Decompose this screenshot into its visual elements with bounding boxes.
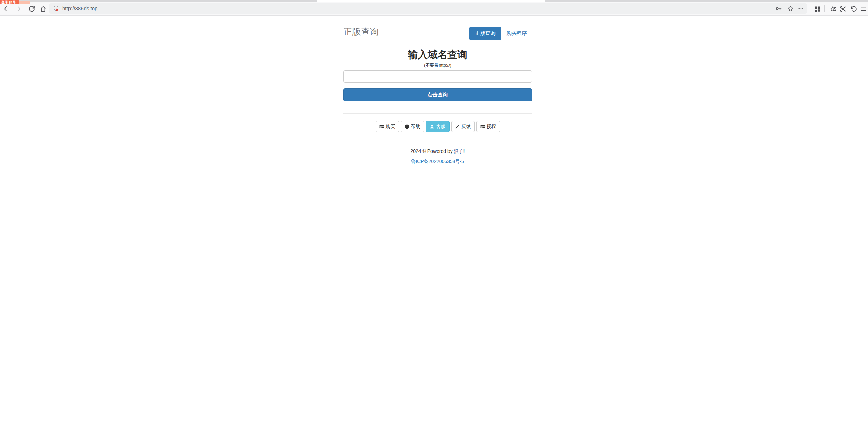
pencil-icon	[455, 124, 460, 129]
icp-link[interactable]: 鲁ICP备2022006358号-5	[411, 159, 464, 164]
domain-input[interactable]	[343, 70, 532, 83]
action-buttons-row: 购买 帮助 客服 反馈 授权	[343, 121, 532, 132]
browser-toolbar: http://886ds.top	[0, 2, 868, 16]
action-label: 帮助	[411, 124, 421, 130]
form-hint: (不要带http://)	[343, 63, 532, 68]
forward-icon[interactable]	[14, 5, 22, 13]
more-options-icon[interactable]	[797, 5, 804, 12]
feedback-button[interactable]: 反馈	[451, 121, 475, 132]
author-link[interactable]: 浪子!	[454, 148, 465, 154]
menu-icon[interactable]	[860, 5, 867, 13]
powered-text: 2024 © Powered by	[411, 148, 454, 154]
collections-star-icon[interactable]	[829, 5, 837, 13]
login-account-badge[interactable]: 登录账号	[0, 0, 19, 4]
info-icon	[405, 124, 409, 129]
action-label: 购买	[386, 124, 395, 130]
user-icon	[430, 124, 435, 129]
footer-powered: 2024 © Powered by 浪子!	[343, 148, 532, 154]
action-label: 反馈	[461, 124, 471, 130]
login-account-badge-tail	[19, 1, 30, 4]
nav-pills: 正版查询 购买程序	[469, 27, 532, 40]
url-text[interactable]: http://886ds.top	[62, 3, 97, 14]
authorize-button[interactable]: 授权	[476, 121, 500, 132]
action-label: 授权	[487, 124, 496, 130]
bookmark-star-icon[interactable]	[787, 5, 794, 12]
page-content: 正版查询 正版查询 购买程序 输入域名查询 (不要带http://) 点击查询 …	[343, 16, 532, 164]
buy-button[interactable]: 购买	[376, 121, 399, 132]
query-submit-button[interactable]: 点击查询	[343, 88, 532, 101]
customer-service-button[interactable]: 客服	[426, 121, 450, 132]
home-icon[interactable]	[39, 5, 47, 13]
tab-genuine-query[interactable]: 正版查询	[469, 27, 501, 40]
credit-card-icon	[480, 124, 485, 129]
screenshot-scissors-icon[interactable]	[839, 5, 847, 13]
undo-icon[interactable]	[850, 5, 857, 13]
form-heading: 输入域名查询	[343, 49, 532, 60]
password-key-icon[interactable]	[775, 5, 782, 12]
site-security-shield-icon[interactable]	[53, 5, 59, 12]
action-label: 客服	[436, 124, 446, 130]
credit-card-icon	[379, 124, 384, 129]
back-icon[interactable]	[3, 5, 11, 13]
buy-program-link[interactable]: 购买程序	[501, 27, 532, 40]
page-header: 正版查询 正版查询 购买程序	[343, 16, 532, 45]
toolbar-separator	[824, 5, 825, 12]
apps-grid-icon[interactable]	[813, 5, 821, 13]
help-button[interactable]: 帮助	[401, 121, 424, 132]
page-title: 正版查询	[343, 26, 379, 38]
refresh-icon[interactable]	[28, 5, 35, 13]
address-bar[interactable]: http://886ds.top	[49, 3, 807, 14]
section-divider	[343, 113, 532, 114]
footer-icp: 鲁ICP备2022006358号-5	[343, 159, 532, 164]
